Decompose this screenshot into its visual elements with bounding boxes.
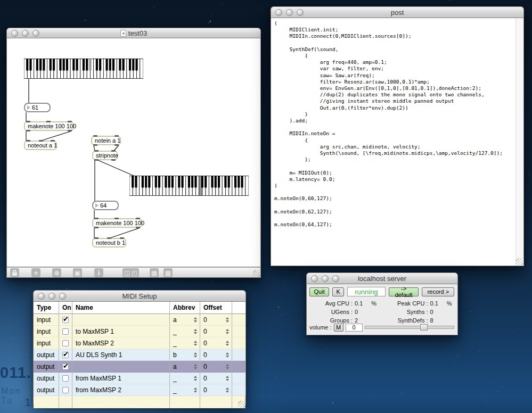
record-button[interactable]: record >	[422, 287, 454, 296]
grid-icon[interactable]: ▦	[150, 268, 159, 277]
zoom-button[interactable]	[332, 275, 339, 282]
test03-titlebar[interactable]: test03	[6, 28, 261, 38]
on-checkbox[interactable]	[62, 364, 69, 370]
on-checkbox[interactable]	[62, 340, 69, 346]
star	[326, 348, 327, 349]
stepper-arrows-icon[interactable]	[194, 364, 197, 369]
volume-slider-track[interactable]	[365, 326, 454, 329]
new-object-icon[interactable]: +	[31, 268, 40, 277]
mute-button[interactable]: M	[334, 324, 343, 332]
post-titlebar[interactable]: post	[271, 6, 524, 18]
object-notein[interactable]: notein a 1	[91, 136, 121, 145]
on-checkbox[interactable]	[62, 375, 69, 382]
move-icon[interactable]: ⊕	[52, 268, 61, 277]
kslider-keyboard-1[interactable]	[24, 59, 143, 79]
object-stripnote[interactable]: stripnote	[92, 151, 118, 160]
number-box-2[interactable]: 64	[92, 201, 119, 210]
volume-value-field[interactable]: 0	[346, 324, 363, 332]
midi-row[interactable]: inputa0	[34, 314, 245, 326]
abbrev-stepper[interactable]: _	[170, 326, 200, 337]
snap-to-grid-icon[interactable]: ▩	[163, 268, 173, 277]
stepper-arrows-icon[interactable]	[226, 364, 229, 369]
stepper-arrows-icon[interactable]	[194, 376, 197, 381]
minimize-button[interactable]	[286, 9, 293, 16]
kslider-keyboard-2[interactable]	[129, 176, 249, 196]
star	[85, 20, 86, 21]
close-button[interactable]	[275, 9, 282, 16]
minimize-button[interactable]	[48, 293, 55, 300]
offset-stepper[interactable]: 0	[200, 337, 232, 349]
midi-row[interactable]: outputAU DLS Synth 1b0	[34, 349, 245, 361]
close-button[interactable]	[11, 30, 18, 37]
stepper-arrows-icon[interactable]	[226, 317, 229, 323]
post-text-area[interactable]: ( MIDIClient.init; MIDIIn.connect(0,MIDI…	[271, 18, 524, 266]
server-titlebar[interactable]: localhost server	[306, 272, 458, 284]
offset-stepper[interactable]: 0	[200, 314, 232, 325]
stepper-arrows-icon[interactable]	[226, 341, 229, 346]
column-header-name[interactable]: Name	[72, 302, 170, 313]
stepper-arrows-icon[interactable]	[226, 387, 229, 393]
midi-row[interactable]: outputa0	[34, 361, 245, 373]
stepper-arrows-icon[interactable]	[226, 376, 229, 381]
close-button[interactable]	[311, 275, 318, 282]
stepper-arrows-icon[interactable]	[194, 329, 197, 334]
offset-stepper[interactable]: 0	[200, 373, 232, 384]
midi-row[interactable]: inputto MaxMSP 1_0	[34, 326, 245, 337]
offset-stepper[interactable]: 0	[200, 349, 232, 360]
on-checkbox[interactable]	[62, 387, 69, 393]
column-header-abbrev[interactable]: Abbrev	[170, 302, 200, 313]
inlet	[39, 140, 43, 142]
abbrev-stepper[interactable]: _	[170, 373, 200, 384]
abbrev-stepper[interactable]: a	[170, 361, 200, 372]
midi-row[interactable]: inputto MaxMSP 2_0	[34, 337, 245, 349]
midi-row[interactable]: outputfrom MaxMSP 1_0	[34, 373, 245, 384]
stepper-arrows-icon[interactable]	[226, 352, 229, 358]
object-noteout-b[interactable]: noteout b 1	[92, 238, 126, 247]
resize-grip[interactable]	[516, 258, 523, 265]
bring-to-front-icon[interactable]: ◰	[130, 268, 139, 277]
on-checkbox[interactable]	[62, 317, 69, 323]
object-makenote-1[interactable]: makenote 100 100	[24, 121, 74, 131]
patcher-canvas[interactable]: 61 makenote 100 100 noteout a 1 notein a…	[6, 38, 261, 267]
abbrev-stepper[interactable]: a	[170, 314, 200, 325]
presentation-icon[interactable]: ▣	[73, 268, 82, 277]
stepper-arrows-icon[interactable]	[226, 329, 229, 334]
volume-slider-handle[interactable]	[420, 324, 428, 331]
close-button[interactable]	[38, 293, 45, 300]
scrollbar[interactable]	[515, 18, 523, 266]
abbrev-stepper[interactable]: b	[170, 349, 200, 360]
quit-button[interactable]: Quit	[309, 287, 329, 296]
abbrev-stepper[interactable]: _	[170, 337, 200, 349]
post-code[interactable]: ( MIDIClient.init; MIDIIn.connect(0,MIDI…	[274, 20, 503, 228]
minimize-button[interactable]	[322, 275, 329, 282]
resize-grip[interactable]	[253, 270, 260, 277]
resize-grip[interactable]	[238, 401, 245, 408]
zoom-button[interactable]	[32, 30, 39, 37]
kill-button[interactable]: K	[332, 287, 344, 296]
column-header-type[interactable]: Type	[34, 302, 59, 313]
offset-stepper[interactable]: 0	[200, 326, 232, 337]
stepper-arrows-icon[interactable]	[194, 341, 197, 346]
stepper-arrows-icon[interactable]	[194, 352, 197, 358]
minimize-button[interactable]	[22, 30, 29, 37]
object-makenote-2[interactable]: makenote 100 100	[92, 218, 142, 228]
stepper-arrows-icon[interactable]	[194, 317, 197, 323]
zoom-button[interactable]	[59, 293, 66, 300]
stepper-arrows-icon[interactable]	[194, 387, 197, 393]
on-checkbox[interactable]	[62, 328, 69, 335]
inspector-icon[interactable]: i	[94, 268, 103, 277]
on-checkbox[interactable]	[62, 352, 69, 358]
column-header-offset[interactable]: Offset	[200, 302, 232, 313]
abbrev-stepper[interactable]: _	[170, 384, 200, 395]
object-noteout-a[interactable]: noteout a 1	[24, 141, 57, 150]
zoom-button[interactable]	[297, 9, 304, 16]
offset-stepper[interactable]: 0	[200, 361, 232, 372]
midi-row[interactable]: outputfrom MaxMSP 2_0	[34, 384, 245, 396]
column-header-on[interactable]: On	[59, 302, 72, 313]
default-button[interactable]: -> default	[389, 287, 419, 296]
number-box-1[interactable]: 61	[24, 103, 51, 112]
midi-setup-titlebar[interactable]: MIDI Setup	[33, 290, 246, 302]
lock-icon[interactable]	[10, 268, 19, 277]
offset-stepper[interactable]: 0	[200, 384, 232, 395]
volume-slider[interactable]	[365, 324, 454, 331]
